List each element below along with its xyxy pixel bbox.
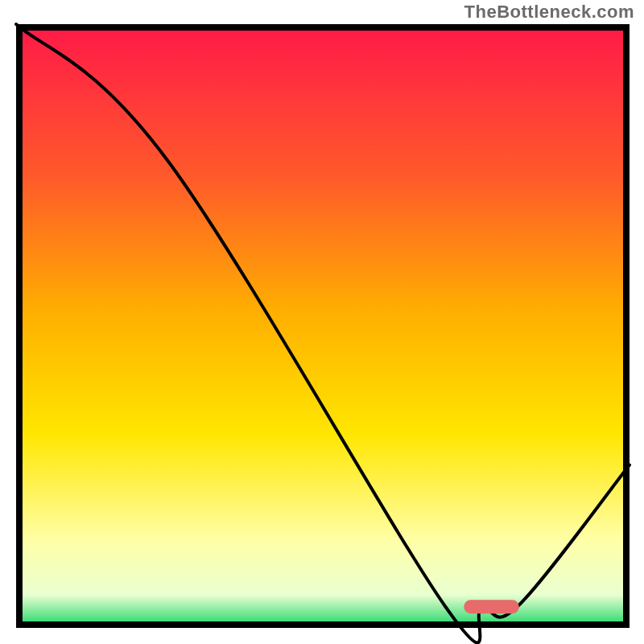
bottleneck-chart — [0, 0, 644, 644]
optimal-marker — [464, 600, 519, 613]
chart-container: TheBottleneck.com — [0, 0, 644, 644]
gradient-background — [19, 27, 626, 625]
